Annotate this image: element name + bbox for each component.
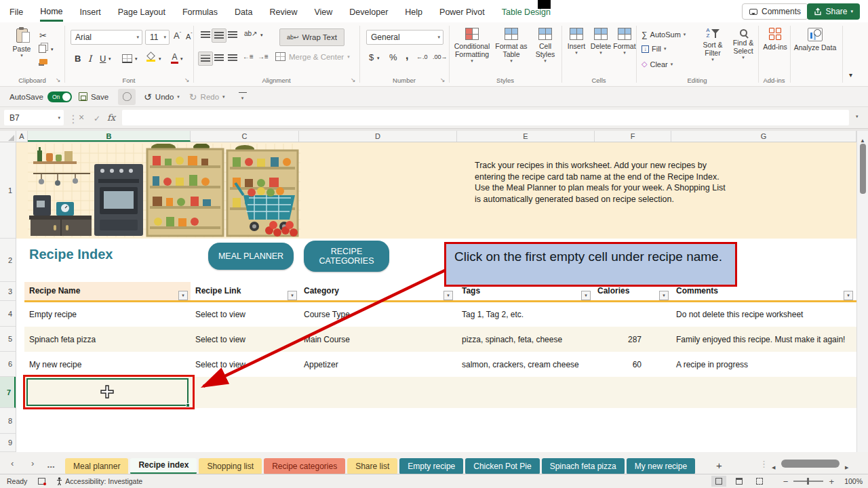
vertical-scrollbar[interactable] bbox=[856, 131, 868, 452]
font-size-select[interactable]: 11 bbox=[145, 30, 170, 45]
fill-button[interactable]: ↓ Fill bbox=[642, 45, 667, 53]
menu-tab-review[interactable]: Review bbox=[269, 2, 297, 20]
hscroll-right-icon[interactable] bbox=[845, 461, 848, 471]
meal-planner-button[interactable]: MEAL PLANNER bbox=[208, 243, 294, 270]
row-header-3[interactable]: 3 bbox=[0, 282, 16, 301]
cell-tags[interactable]: pizza, spinach, feta, cheese bbox=[462, 327, 562, 352]
customize-qat-button[interactable] bbox=[239, 92, 247, 101]
filter-button-tags[interactable] bbox=[581, 291, 591, 300]
macro-record-icon[interactable] bbox=[38, 478, 45, 485]
more-sheets-icon[interactable] bbox=[47, 460, 55, 470]
align-bottom-button[interactable] bbox=[228, 31, 237, 39]
conditional-formatting-button[interactable]: Conditional Formatting bbox=[452, 28, 492, 64]
column-header-d[interactable]: D bbox=[299, 131, 457, 142]
increase-font-size-button[interactable]: Aˆ bbox=[174, 30, 181, 41]
accessibility-status[interactable]: Accessibility: Investigate bbox=[56, 477, 142, 485]
cell-styles-button[interactable]: Cell Styles bbox=[530, 28, 560, 64]
next-sheet-icon[interactable] bbox=[31, 458, 34, 468]
page-layout-view-button[interactable] bbox=[732, 476, 747, 487]
comma-style-button[interactable]: , bbox=[406, 49, 408, 62]
increase-decimal-button[interactable]: ←.0 bbox=[416, 54, 428, 60]
row-header-2[interactable]: 2 bbox=[0, 239, 16, 282]
sheet-tab-chicken-pot-pie[interactable]: Chicken Pot Pie bbox=[465, 458, 539, 474]
font-color-button[interactable]: A bbox=[171, 52, 178, 64]
sheet-tab-shopping-list[interactable]: Shopping list bbox=[199, 458, 262, 474]
column-header-e[interactable]: E bbox=[457, 131, 595, 142]
filter-button-category[interactable] bbox=[443, 291, 453, 300]
cell-recipe-link[interactable]: Select to view bbox=[195, 327, 245, 352]
column-header-g[interactable]: G bbox=[671, 131, 856, 142]
decrease-decimal-button[interactable]: .00→ bbox=[433, 54, 448, 60]
increase-indent-button[interactable]: →≡ bbox=[258, 53, 269, 60]
enter-icon[interactable] bbox=[94, 112, 100, 124]
menu-tab-formulas[interactable]: Formulas bbox=[182, 2, 218, 20]
sheet-tab-my-new-recipe[interactable]: My new recipe bbox=[627, 458, 695, 474]
cell-comments[interactable]: Do not delete this recipe worksheet bbox=[676, 302, 803, 327]
cell-category[interactable]: Main Course bbox=[304, 327, 350, 352]
sheet-tab-share-list[interactable]: Share list bbox=[347, 458, 397, 474]
name-box-splitter[interactable] bbox=[68, 113, 79, 125]
cell-recipe-name[interactable]: Spinach feta pizza bbox=[29, 327, 96, 352]
column-header-f[interactable]: F bbox=[595, 131, 671, 142]
hscroll-left-icon[interactable] bbox=[772, 461, 775, 471]
align-left-button[interactable] bbox=[198, 52, 213, 66]
sheet-tab-recipe-index[interactable]: Recipe index bbox=[130, 458, 197, 474]
insert-function-icon[interactable] bbox=[107, 111, 115, 123]
menu-tab-page-layout[interactable]: Page Layout bbox=[118, 2, 165, 20]
format-as-table-button[interactable]: Format as Table bbox=[494, 28, 529, 64]
clipboard-dialog-launcher[interactable] bbox=[56, 77, 61, 83]
font-name-select[interactable]: Arial bbox=[71, 30, 142, 45]
expand-formula-bar-button[interactable] bbox=[856, 114, 859, 119]
recipe-categories-button[interactable]: RECIPE CATEGORIES bbox=[304, 241, 389, 272]
filter-button-recipe-link[interactable] bbox=[288, 291, 297, 300]
copy-button[interactable] bbox=[39, 45, 46, 53]
hscroll-thumb[interactable] bbox=[781, 460, 840, 468]
cell-tags[interactable]: Tag 1, Tag 2, etc. bbox=[462, 302, 524, 327]
prev-sheet-icon[interactable] bbox=[11, 458, 14, 468]
zoom-in-button[interactable]: + bbox=[829, 476, 834, 487]
menu-tab-developer[interactable]: Developer bbox=[349, 2, 388, 20]
align-top-button[interactable] bbox=[201, 31, 210, 39]
add-ins-button[interactable]: Add-ins bbox=[760, 28, 791, 51]
cut-button[interactable]: ✂ bbox=[39, 30, 47, 41]
column-header-c[interactable]: C bbox=[191, 131, 299, 142]
shape-tool-button[interactable] bbox=[118, 89, 136, 105]
scroll-thumb[interactable] bbox=[860, 144, 866, 194]
align-center-button[interactable] bbox=[214, 54, 224, 62]
cell-recipe-name[interactable]: Empty recipe bbox=[29, 302, 77, 327]
align-right-button[interactable] bbox=[228, 54, 237, 62]
formula-input[interactable] bbox=[122, 110, 849, 125]
cell-category[interactable]: Course Type bbox=[304, 302, 350, 327]
sheet-tab-meal-planner[interactable]: Meal planner bbox=[65, 458, 128, 474]
orientation-button[interactable]: ab↗ bbox=[244, 30, 258, 37]
sheet-tab-empty-recipe[interactable]: Empty recipe bbox=[399, 458, 463, 474]
zoom-slider-thumb[interactable] bbox=[807, 478, 809, 485]
menu-tab-view[interactable]: View bbox=[314, 2, 332, 20]
tab-splitter[interactable] bbox=[760, 459, 768, 469]
bold-button[interactable]: B bbox=[75, 54, 81, 64]
menu-tab-file[interactable]: File bbox=[9, 2, 23, 20]
font-dialog-launcher[interactable] bbox=[184, 77, 190, 83]
row-header-4[interactable]: 4 bbox=[0, 301, 16, 327]
save-button[interactable]: Save bbox=[79, 92, 108, 101]
select-all-corner[interactable] bbox=[0, 131, 16, 142]
column-header-b[interactable]: B bbox=[28, 131, 191, 142]
share-button[interactable]: Share bbox=[807, 3, 860, 20]
zoom-level[interactable]: 100% bbox=[840, 477, 863, 485]
col-header-recipe-name[interactable]: Recipe Name bbox=[29, 282, 80, 300]
decrease-indent-button[interactable]: ←≡ bbox=[243, 53, 254, 60]
menu-tab-data[interactable]: Data bbox=[235, 2, 252, 20]
percent-style-button[interactable]: % bbox=[389, 52, 397, 62]
col-header-category[interactable]: Category bbox=[304, 282, 339, 300]
find-select-button[interactable]: Find & Select bbox=[730, 28, 757, 60]
cell-comments[interactable]: Family enjoyed this recipe. Must make it… bbox=[676, 327, 845, 352]
filter-button-calories[interactable] bbox=[659, 291, 669, 300]
cell-recipe-link[interactable]: Select to view bbox=[195, 302, 245, 327]
merge-center-button[interactable]: Merge & Center bbox=[275, 52, 350, 61]
page-break-view-button[interactable] bbox=[752, 476, 767, 487]
align-middle-button[interactable] bbox=[212, 28, 226, 43]
row-header-5[interactable]: 5 bbox=[0, 327, 16, 352]
row-header-9[interactable]: 9 bbox=[0, 434, 16, 452]
cancel-icon[interactable] bbox=[79, 111, 84, 123]
accounting-format-button[interactable]: $ bbox=[369, 52, 374, 62]
